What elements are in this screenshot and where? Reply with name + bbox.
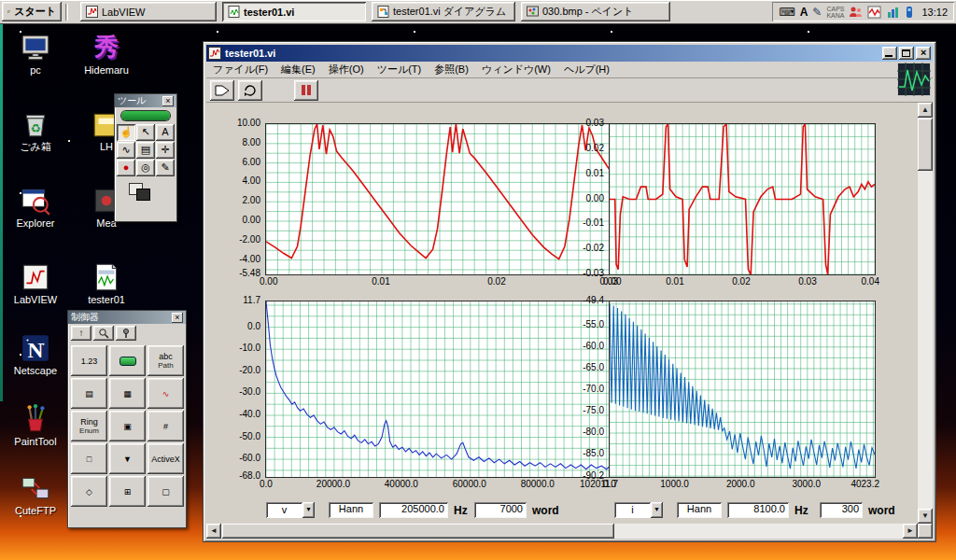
controls-cell-activex[interactable]: ActiveX <box>148 443 184 474</box>
controls-cell-list-table[interactable]: ▤ <box>71 378 107 409</box>
window-function-selector-v[interactable]: Hann <box>329 502 373 518</box>
desktop-icon-hidemaru[interactable]: 秀 Hidemaru <box>77 32 136 76</box>
controls-palette-titlebar[interactable]: 制御器 × <box>68 311 186 324</box>
wire-tool[interactable]: ∿ <box>117 142 135 159</box>
keyboard-icon[interactable]: ⌨ <box>779 6 794 19</box>
scrollbar-thumb[interactable] <box>918 119 933 171</box>
desktop-icon-cuteftp[interactable]: CuteFTP <box>6 472 65 516</box>
color-selector[interactable] <box>127 181 164 203</box>
channel-ring-i[interactable]: i ▼ <box>614 502 663 518</box>
position-tool[interactable]: ↖ <box>136 124 155 141</box>
vi-icon[interactable] <box>897 63 931 96</box>
up-level-button[interactable]: ↑ <box>71 326 91 341</box>
channel-ring-v[interactable]: v ▼ <box>266 502 315 518</box>
window-titlebar[interactable]: tester01.vi × <box>206 45 933 62</box>
plot-area[interactable] <box>265 123 614 275</box>
word-count-input-i[interactable]: 300 <box>820 502 863 518</box>
menu-window[interactable]: ウィンドウ(W) <box>475 63 557 77</box>
start-button[interactable]: スタート <box>2 2 62 21</box>
window-function-selector-i[interactable]: Hann <box>677 502 722 518</box>
pause-button[interactable] <box>294 80 318 101</box>
scroll-down-icon[interactable]: ▼ <box>918 509 933 524</box>
close-icon[interactable]: × <box>172 313 183 323</box>
background-color-swatch[interactable] <box>136 189 150 201</box>
chevron-down-icon[interactable]: ▼ <box>302 502 315 518</box>
auto-tool-select-bar[interactable] <box>121 111 170 120</box>
users-status-icon[interactable] <box>849 6 863 19</box>
menu-edit[interactable]: 編集(E) <box>274 63 322 77</box>
sample-rate-input-i[interactable]: 8100.0 <box>727 502 789 518</box>
plot-area[interactable] <box>609 123 876 275</box>
controls-cell-graph[interactable]: ∿ <box>148 378 184 409</box>
menu-file[interactable]: ファイル(F) <box>206 63 274 77</box>
desktop-icon-painttool[interactable]: PaintTool <box>6 403 65 447</box>
breakpoint-tool[interactable]: ● <box>117 160 135 176</box>
minimize-button[interactable] <box>882 47 897 60</box>
menu-tools[interactable]: ツール(T) <box>371 63 429 77</box>
close-icon[interactable]: × <box>162 96 174 106</box>
scrollbar-corner <box>918 524 933 539</box>
task-button-labview[interactable]: LabVIEW <box>80 2 217 21</box>
operate-value-tool[interactable]: ☝ <box>117 124 135 141</box>
monitor-status-icon[interactable] <box>867 6 881 19</box>
controls-cell-ring-enum[interactable]: RingEnum <box>71 411 107 441</box>
search-icon[interactable] <box>93 326 114 341</box>
controls-cell-classic[interactable]: □ <box>71 443 107 474</box>
chart-status-icon[interactable] <box>886 6 900 19</box>
taskbar-clock[interactable]: 13:12 <box>919 7 948 18</box>
desktop-icon-pc[interactable]: pc <box>6 32 65 76</box>
chevron-down-icon[interactable]: ▼ <box>651 502 663 518</box>
task-button-paint[interactable]: 030.bmp - ペイント <box>521 2 670 21</box>
scroll-up-icon[interactable]: ▲ <box>918 103 933 118</box>
controls-cell-user[interactable]: ▢ <box>148 476 184 507</box>
tools-palette-titlebar[interactable]: ツール × <box>115 94 176 107</box>
desktop-icon-labview[interactable]: LabVIEW <box>6 261 65 305</box>
plot-area[interactable] <box>265 301 614 478</box>
sample-rate-input-v[interactable]: 205000.0 <box>379 502 448 518</box>
desktop-icon-recycle-bin[interactable]: ♻ ごみ箱 <box>6 108 65 152</box>
run-button[interactable] <box>210 80 234 101</box>
desktop-icon-netscape[interactable]: N Netscape <box>6 332 65 376</box>
word-count-input-v[interactable]: 7000 <box>474 502 527 518</box>
edit-text-tool[interactable]: A <box>156 124 175 141</box>
controls-cell-select[interactable]: ⊞ <box>109 476 146 507</box>
device-status-icon[interactable] <box>905 6 914 19</box>
graph-waveform-i[interactable]: 0.030.020.010.00-0.01-0.02-0.030.000.010… <box>563 116 892 295</box>
controls-cell-decorations[interactable]: ◇ <box>71 476 107 507</box>
menu-help[interactable]: ヘルプ(H) <box>557 63 616 77</box>
scroll-left-icon[interactable]: ◄ <box>206 524 221 539</box>
tick-label: 20000.0 <box>304 480 362 489</box>
controls-cell-string-path[interactable]: abcPath <box>148 345 184 376</box>
shortcut-menu-tool[interactable]: ▤ <box>136 142 155 159</box>
scroll-tool[interactable]: ✛ <box>156 142 175 159</box>
controls-cell-boolean[interactable] <box>109 345 146 376</box>
task-button-tester01[interactable]: tester01.vi <box>222 2 366 21</box>
controls-cell-menu-ring[interactable]: ▼ <box>109 443 146 474</box>
horizontal-scrollbar[interactable]: ◄ ► <box>206 524 918 539</box>
close-button[interactable]: × <box>916 47 931 60</box>
desktop-icon-tester01[interactable]: tester01 <box>77 261 136 305</box>
task-button-tester01-diagram[interactable]: tester01.vi ダイアグラム <box>372 2 515 21</box>
maximize-button[interactable] <box>899 47 914 60</box>
controls-cell-array-cluster[interactable]: ▦ <box>109 378 146 409</box>
controls-cell-numeric[interactable]: 1.23 <box>71 345 107 376</box>
caps-kana-indicator[interactable]: CAPS KANA <box>826 6 844 19</box>
vertical-scrollbar[interactable]: ▲ ▼ <box>918 103 933 524</box>
menu-operate[interactable]: 操作(O) <box>322 63 371 77</box>
controls-cell-io[interactable]: ▣ <box>109 411 146 441</box>
run-continuous-button[interactable] <box>238 80 262 101</box>
plot-area[interactable] <box>609 301 876 478</box>
desktop-icon-explorer[interactable]: Explorer <box>6 185 65 229</box>
scroll-right-icon[interactable]: ► <box>903 524 918 539</box>
controls-cell-refnum[interactable]: # <box>148 411 184 441</box>
waveform-i-svg <box>610 124 875 274</box>
ime-mode-indicator[interactable]: A <box>800 6 808 19</box>
tick-label: 40000.0 <box>373 480 430 489</box>
graph-spectrum-i[interactable]: -49.4-55.0-60.0-65.0-70.0-75.0-80.0-85.0… <box>563 293 892 498</box>
scrollbar-thumb[interactable] <box>222 524 614 539</box>
menu-browse[interactable]: 参照(B) <box>428 63 475 77</box>
probe-tool[interactable]: ◎ <box>136 160 155 176</box>
pen-icon[interactable]: ✎ <box>812 6 822 19</box>
color-tool[interactable]: ✎ <box>156 160 175 176</box>
pin-icon[interactable] <box>116 326 136 341</box>
